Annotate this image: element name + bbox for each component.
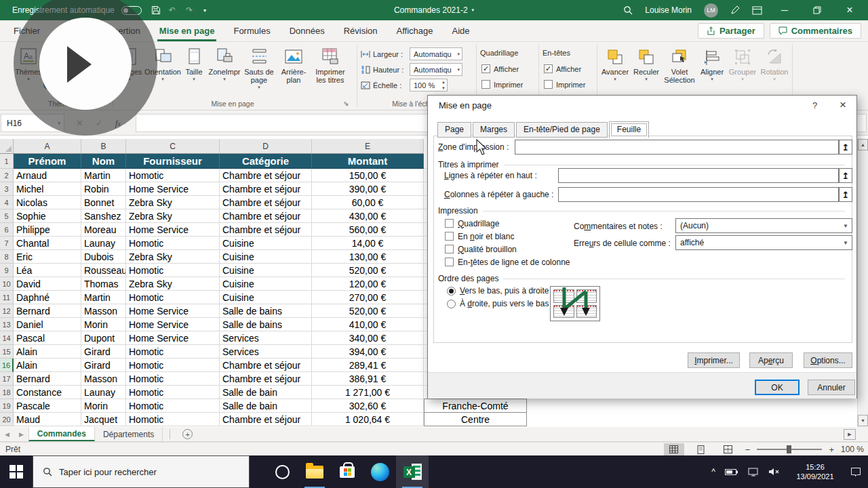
dialog-tab-marges[interactable]: Marges: [473, 122, 515, 138]
checkbox-unchecked-icon[interactable]: [445, 232, 454, 241]
row-header-5[interactable]: 5: [0, 209, 14, 223]
cell[interactable]: Martin: [81, 169, 126, 182]
column-header-c[interactable]: C: [126, 139, 220, 154]
row-header-9[interactable]: 9: [0, 264, 14, 277]
cell[interactable]: Robin: [81, 182, 126, 196]
zoom-slider[interactable]: [757, 449, 822, 450]
dialog-checkbox-row[interactable]: En-têtes de ligne et de colonne: [445, 256, 570, 268]
gridlines-print-option[interactable]: Imprimer: [481, 80, 523, 89]
cell[interactable]: Moreau: [81, 223, 126, 237]
minimize-button[interactable]: ─: [774, 5, 795, 16]
row-header-15[interactable]: 15: [0, 345, 14, 359]
cell[interactable]: Martin: [81, 291, 126, 304]
row-header-8[interactable]: 8: [0, 250, 14, 264]
cell[interactable]: 60,00 €: [312, 196, 424, 209]
row-header-1[interactable]: 1: [0, 154, 14, 169]
checkbox-unchecked-icon[interactable]: [481, 80, 490, 89]
cell[interactable]: Home Service: [126, 304, 220, 318]
search-icon[interactable]: [623, 5, 633, 15]
dialog-checkbox-row[interactable]: En noir et blanc: [445, 230, 570, 243]
scroll-down-icon[interactable]: ▼: [858, 415, 868, 426]
undo-icon[interactable]: ↶▾: [169, 5, 178, 15]
print-area-button[interactable]: ZoneImpr▾: [208, 45, 241, 82]
store-button[interactable]: [331, 455, 363, 488]
row-header-2[interactable]: 2: [0, 169, 14, 182]
cell[interactable]: Bernard: [14, 304, 81, 318]
checkbox-unchecked-icon[interactable]: [445, 245, 454, 253]
taskbar-clock[interactable]: 15:26 13/09/2021: [789, 462, 841, 481]
user-name[interactable]: Louise Morin: [645, 5, 692, 15]
cell[interactable]: Homotic: [126, 386, 220, 399]
width-combo[interactable]: Automatiqu▾: [410, 47, 462, 60]
dialog-help-button[interactable]: ?: [812, 100, 817, 110]
row-header-13[interactable]: 13: [0, 318, 14, 331]
cell[interactable]: David: [14, 277, 81, 291]
cell[interactable]: 560,00 €: [312, 223, 424, 237]
cell[interactable]: 270,00 €: [312, 291, 424, 304]
row-header-4[interactable]: 4: [0, 196, 14, 209]
battery-icon[interactable]: [725, 468, 738, 476]
column-header-b[interactable]: B: [81, 139, 126, 154]
row-header-3[interactable]: 3: [0, 182, 14, 196]
checkbox-checked-icon[interactable]: [544, 64, 553, 73]
cell[interactable]: 1 020,64 €: [312, 413, 424, 426]
cell[interactable]: Léa: [14, 264, 81, 277]
cell[interactable]: 340,00 €: [312, 331, 424, 345]
cell[interactable]: 430,00 €: [312, 209, 424, 223]
cancel-button[interactable]: Annuler: [808, 380, 855, 395]
scroll-up-icon[interactable]: ▲: [858, 139, 868, 150]
cell[interactable]: Chambre et séjour: [220, 359, 312, 372]
taskbar-search-input[interactable]: Taper ici pour rechercher: [33, 455, 250, 488]
cell[interactable]: Zebra Sky: [126, 277, 220, 291]
cell[interactable]: 289,41 €: [312, 359, 424, 372]
ink-pen-icon[interactable]: [730, 5, 740, 15]
cortana-button[interactable]: [266, 455, 298, 488]
normal-view-button[interactable]: [664, 443, 684, 455]
action-center-icon[interactable]: [850, 467, 861, 477]
cell[interactable]: Dubois: [81, 250, 126, 264]
table-header-cell[interactable]: Fournisseur: [126, 154, 220, 169]
page-breaks-button[interactable]: Sauts de page▾: [241, 45, 277, 90]
table-header-cell[interactable]: Nom: [81, 154, 126, 169]
column-header-e[interactable]: E: [312, 139, 424, 154]
cell[interactable]: Home Service: [126, 223, 220, 237]
ribbon-tab-révision[interactable]: Révision: [334, 20, 387, 41]
cell[interactable]: Masson: [81, 304, 126, 318]
cell[interactable]: Chantal: [14, 237, 81, 250]
cell[interactable]: Sophie: [14, 209, 81, 223]
preview-button[interactable]: Aperçu: [749, 352, 793, 368]
cell[interactable]: Bernard: [14, 372, 81, 386]
cell[interactable]: Maud: [14, 413, 81, 426]
print-area-input[interactable]: [515, 140, 839, 155]
cell[interactable]: Services: [220, 331, 312, 345]
row-header-11[interactable]: 11: [0, 291, 14, 304]
document-title[interactable]: Commandes 2021-2: [394, 5, 468, 15]
align-button[interactable]: Aligner▾: [697, 45, 727, 82]
row-header-7[interactable]: 7: [0, 237, 14, 250]
cell[interactable]: Chambre et séjour: [220, 413, 312, 426]
checkbox-unchecked-icon[interactable]: [544, 80, 553, 89]
cell[interactable]: 410,00 €: [312, 318, 424, 331]
table-header-cell[interactable]: Montant: [312, 154, 424, 169]
cell[interactable]: 302,60 €: [312, 399, 424, 413]
row-header-10[interactable]: 10: [0, 277, 14, 291]
cell[interactable]: Home Service: [126, 318, 220, 331]
cell[interactable]: 520,00 €: [312, 304, 424, 318]
table-header-cell[interactable]: Prénom: [14, 154, 81, 169]
cell[interactable]: Homotic: [126, 345, 220, 359]
gridlines-view-option[interactable]: Afficher: [481, 64, 519, 73]
cell[interactable]: Salle de bain: [220, 386, 312, 399]
scale-spinner[interactable]: 100 %▲▼: [410, 79, 448, 92]
cell[interactable]: 1 271,00 €: [312, 386, 424, 399]
cell[interactable]: Homotic: [126, 372, 220, 386]
row-header-18[interactable]: 18: [0, 386, 14, 399]
zoom-out-button[interactable]: −: [745, 445, 751, 455]
order-right-then-down-radio[interactable]: À droite, puis vers le bas: [447, 299, 549, 308]
page-setup-dialog-launcher[interactable]: ⇘: [343, 100, 349, 107]
background-button[interactable]: Arrière-plan: [277, 45, 311, 84]
row-header-12[interactable]: 12: [0, 304, 14, 318]
cell[interactable]: Salle de bains: [220, 304, 312, 318]
sheet-nav-left-icon[interactable]: ◀: [0, 427, 14, 441]
cell[interactable]: Zebra Sky: [126, 209, 220, 223]
cell[interactable]: Homotic: [126, 169, 220, 182]
